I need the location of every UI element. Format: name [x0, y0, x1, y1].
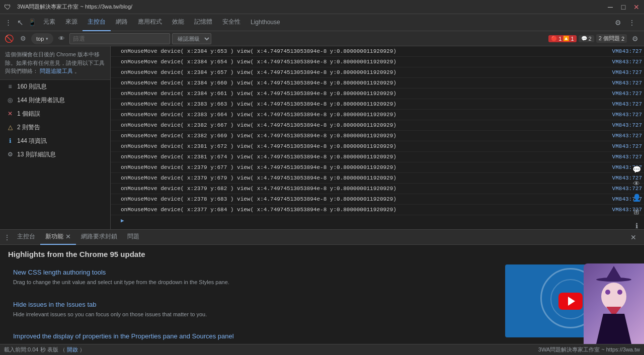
sidebar-item-info[interactable]: ℹ 144 項資訊: [0, 134, 110, 148]
status-right-text: 3WA問題解決專家工作室 ~ https://3wa.tw: [538, 346, 640, 353]
warn-icon: 🔼: [563, 36, 569, 41]
mascot-collar: [606, 307, 621, 315]
tab-network[interactable]: 網路: [111, 14, 133, 31]
notice-link[interactable]: 問題追蹤工具: [40, 68, 73, 74]
sidebar-item-user-messages[interactable]: ◎ 144 則使用者訊息: [0, 94, 110, 107]
log-entry: onMouseMove device( x:2379 y:677 ) view(…: [111, 162, 644, 173]
sidebar-item-errors[interactable]: ✕ 1 個錯誤: [0, 107, 110, 121]
whats-new-panel: Highlights from the Chrome 95 update New…: [0, 245, 644, 355]
tab-security[interactable]: 安全性: [217, 14, 246, 31]
log-source[interactable]: VM843:727: [608, 110, 642, 119]
settings-icon[interactable]: ⚙: [612, 17, 624, 29]
tab-application[interactable]: 應用程式: [133, 14, 167, 31]
bottom-tab-issues-label: 問題: [127, 232, 139, 241]
log-text: onMouseMove device( x:2379 y:677 ) view(…: [121, 163, 608, 172]
bottom-tab-issues[interactable]: 問題: [122, 230, 144, 245]
info-side-icon[interactable]: ℹ: [631, 220, 642, 231]
tab-console[interactable]: 主控台: [83, 14, 111, 31]
log-source[interactable]: VM843:727: [608, 100, 642, 109]
message-count: 2: [589, 36, 592, 42]
devtools-menu-icon[interactable]: ⋮: [2, 17, 14, 29]
console-settings-icon[interactable]: ⚙: [17, 33, 29, 45]
log-text: onMouseMove device( x:2377 y:684 ) view(…: [121, 205, 608, 214]
sidebar-item-warnings[interactable]: △ 2 則警告: [0, 121, 110, 134]
log-source[interactable]: VM843:727: [608, 152, 642, 161]
sidebar: 這個側欄會在日後的 Chrome 版本中移除。如果你有任何意見，請使用以下工具與…: [0, 46, 111, 229]
feature-item-issues[interactable]: Hide issues in the Issues tab Hide irrel…: [8, 297, 497, 323]
log-text: onMouseMove device( x:2381 y:672 ) view(…: [121, 142, 608, 151]
chat-icon[interactable]: 💬: [631, 164, 642, 175]
info-label: 144 項資訊: [17, 137, 106, 145]
eye-icon[interactable]: 👁: [55, 33, 67, 45]
issues-badge[interactable]: 2 個問題 2: [596, 34, 627, 43]
grid-icon[interactable]: ⊞: [631, 206, 642, 217]
error-badge[interactable]: 🔴 1 🔼 1: [548, 35, 576, 42]
device-icon[interactable]: 📱: [26, 17, 38, 29]
bottom-panel-menu-icon[interactable]: ⋮: [2, 230, 12, 245]
log-source[interactable]: VM843:727: [608, 57, 642, 66]
log-source[interactable]: VM843:727: [608, 131, 642, 140]
filter-input[interactable]: [69, 33, 170, 44]
mascot-eyes: [605, 290, 622, 295]
feature-item-css[interactable]: New CSS length authoring tools Drag to c…: [8, 264, 497, 291]
warnings-label: 2 則警告: [17, 123, 106, 132]
tab-lighthouse[interactable]: Lighthouse: [246, 14, 285, 31]
verbose-icon: ⚙: [6, 150, 14, 158]
bottom-tab-whatsnew-label: 新功能: [45, 232, 63, 241]
update-panel-title: Highlights from the Chrome 95 update: [8, 250, 636, 258]
eye-side-icon[interactable]: 👁: [631, 178, 642, 189]
log-text: onMouseMove device( x:2384 y:653 ) view(…: [121, 47, 608, 56]
log-source[interactable]: VM843:727: [608, 142, 642, 151]
log-text: onMouseMove device( x:2379 y:679 ) view(…: [121, 173, 608, 183]
bottom-tab-whatsnew[interactable]: 新功能 ✕: [40, 230, 76, 245]
maximize-button[interactable]: □: [620, 4, 627, 11]
minimize-button[interactable]: ─: [607, 4, 614, 11]
mascot-image: [584, 263, 644, 344]
log-entry: onMouseMove device( x:2384 y:654 ) view(…: [111, 57, 644, 67]
message-count-badge[interactable]: 💬 2: [579, 35, 594, 42]
mascot-hat-brim: [596, 278, 631, 282]
mascot-face: [601, 283, 626, 310]
log-source[interactable]: VM843:727: [608, 68, 642, 77]
notice-suffix: 。: [74, 68, 80, 74]
devtools-container: ⋮ ↖ 📱 元素 來源 主控台 網路 應用程式 效能 記憶體 安全性 Light…: [0, 14, 644, 355]
log-entry: onMouseMove device( x:2382 y:669 ) view(…: [111, 131, 644, 141]
console-log-area[interactable]: onMouseMove device( x:2384 y:653 ) view(…: [111, 46, 644, 229]
tab-elements[interactable]: 元素: [38, 14, 60, 31]
log-text: onMouseMove device( x:2378 y:683 ) view(…: [121, 195, 608, 204]
close-button[interactable]: ✕: [633, 4, 640, 11]
user-messages-label: 144 則使用者訊息: [17, 96, 106, 105]
bottom-tab-whatsnew-close-icon[interactable]: ✕: [65, 233, 71, 240]
person-icon[interactable]: 👤: [631, 192, 642, 203]
tab-performance[interactable]: 效能: [167, 14, 189, 31]
issues-count-num: 2: [621, 36, 624, 42]
context-selector[interactable]: top ▾: [31, 33, 53, 44]
layer-select[interactable]: 確認層級: [172, 33, 211, 44]
log-source[interactable]: VM843:727: [608, 89, 642, 98]
console-toolbar: 🚫 ⚙ top ▾ 👁 確認層級 🔴 1 🔼 1 💬 2 2 個問題 2 ⚙: [0, 31, 644, 46]
bottom-tab-console[interactable]: 主控台: [12, 230, 40, 245]
log-source[interactable]: VM843:727: [608, 47, 642, 56]
tab-bar-right: ⚙ ⋮: [612, 17, 642, 29]
bottom-tab-network-conditions[interactable]: 網路要求封鎖: [76, 230, 122, 245]
window-controls: ─ □ ✕: [607, 4, 640, 11]
log-source[interactable]: VM843:727: [608, 121, 642, 130]
log-text: onMouseMove device( x:2381 y:674 ) view(…: [121, 152, 608, 161]
log-source[interactable]: VM843:727: [608, 78, 642, 87]
status-open-link[interactable]: 開啟: [67, 346, 78, 352]
bottom-tab-network-label: 網路要求封鎖: [81, 232, 117, 241]
clear-console-button[interactable]: 🚫: [3, 33, 15, 45]
inspect-icon[interactable]: ↖: [14, 17, 26, 29]
feature-css-desc: Drag to change the unit value and select…: [13, 278, 492, 287]
warn-count: 1: [571, 36, 574, 42]
main-content: 這個側欄會在日後的 Chrome 版本中移除。如果你有任何意見，請使用以下工具與…: [0, 46, 644, 229]
tab-sources[interactable]: 來源: [60, 14, 83, 31]
more-tools-icon[interactable]: ⋮: [626, 17, 638, 29]
sidebar-item-verbose[interactable]: ⚙ 13 則詳細訊息: [0, 148, 110, 161]
console-gear-icon[interactable]: ⚙: [629, 33, 641, 45]
log-entry: onMouseMove device( x:2384 y:657 ) view(…: [111, 67, 644, 78]
main-tab-bar: ⋮ ↖ 📱 元素 來源 主控台 網路 應用程式 效能 記憶體 安全性 Light…: [0, 14, 644, 31]
tab-memory[interactable]: 記憶體: [189, 14, 217, 31]
sidebar-item-all[interactable]: ≡ 160 則訊息: [0, 80, 110, 94]
log-entry: onMouseMove device( x:2381 y:674 ) view(…: [111, 152, 644, 162]
